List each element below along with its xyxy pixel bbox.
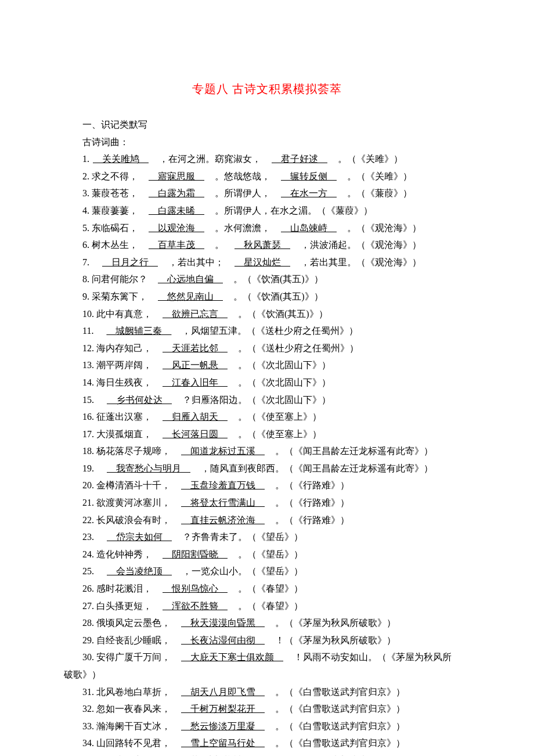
fill-blank: 心远地自偏 [157,274,224,284]
item-text: 瀚海阑干百丈冰， [96,721,180,731]
item-source: 。（《春望》） [229,601,303,611]
item-number: 7. [82,257,89,267]
item-number: 3. [82,188,89,198]
item-text: 东临碣石， [92,223,147,233]
item-source: 。（《饮酒(其五)》） [224,274,323,284]
list-item: 11. 城阙辅三秦 ，风烟望五津。（《送杜少府之任蜀州》） [64,322,470,340]
list-item: 12. 海内存知己， 天涯若比邻 。（《送杜少府之任蜀州》） [64,340,470,357]
item-source: ，随风直到夜郎西。（《闻王昌龄左迁龙标遥有此寄》） [192,463,433,473]
fill-blank: 雪上空留马行处 [180,738,266,748]
list-item: 21. 欲渡黄河冰塞川， 将登太行雪满山 。（《行路难》） [64,494,470,512]
item-number: 19. [82,463,94,473]
item-text: 金樽清酒斗十千， [96,480,180,490]
fill-blank: 在水一方 [280,188,338,198]
item-source: 。（《白雪歌送武判官归京》） [266,704,405,714]
fill-blank: 以观沧海 [147,223,205,233]
item-number: 29. [82,635,94,645]
list-item: 1. 关关雎鸠 ，在河之洲。窈窕淑女， 君子好逑 。（《关雎》） [64,150,470,168]
fill-blank: 归雁入胡天 [161,412,229,422]
list-item: 35. 天街小雨润如酥， 草色遥看近却无 。（《早春呈水部张十八员外》） [64,752,470,756]
item-text [96,463,106,473]
fill-blank: 胡天八月即飞雪 [180,687,266,697]
list-item: 30. 安得广厦千万间， 大庇天下寒士俱欢颜 ！风雨不动安如山。（《茅屋为秋风所 [64,649,470,666]
item-number: 4. [82,206,89,215]
item-number: 21. [82,498,94,507]
item-number: 25. [82,566,94,576]
item-text: 。所谓伊人， [205,188,280,198]
item-number: 22. [82,515,94,525]
page-title: 专题八 古诗文积累模拟荟萃 [64,78,470,100]
list-item: 27. 白头搔更短， 浑欲不胜簪 。（《春望》） [64,597,470,615]
fill-blank: 阴阳割昏晓 [161,549,229,559]
item-text: 。 [205,240,233,250]
item-text [92,257,101,267]
item-source: 。（《关雎》） [329,154,403,164]
item-source: 。（《茅屋为秋风所破歌》） [266,618,396,628]
fill-blank: 玉盘珍羞直万钱 [180,480,266,490]
item-text: 俄顷风定云墨色， [96,618,180,628]
item-text: 。悠哉悠哉， [205,171,280,181]
fill-blank: 直挂云帆济沧海 [180,515,266,525]
list-item-wrap: 破歌》） [64,666,470,683]
item-list: 1. 关关雎鸠 ，在河之洲。窈窕淑女， 君子好逑 。（《关雎》）2. 求之不得，… [64,150,470,756]
item-number: 15. [82,395,94,405]
sub-heading: 古诗词曲： [64,134,470,151]
item-source: 。（《行路难》） [266,515,349,525]
item-source: ，一览众山小。（《望岳》） [173,566,303,576]
item-source: 。（《蒹葭》） [338,188,412,198]
list-item: 14. 海日生残夜， 江春入旧年 。（《次北固山下》） [64,374,470,391]
item-number: 27. [82,601,94,611]
item-source: 。（《闻王昌龄左迁龙标遥有此寄》） [266,446,433,456]
item-source: ！风雨不动安如山。（《茅屋为秋风所 [284,652,452,662]
list-item: 9. 采菊东篱下， 悠然见南山 。（《饮酒(其五)》） [64,288,470,305]
fill-blank: 岱宗夫如何 [106,532,173,542]
item-source: 。（《望岳》） [229,549,303,559]
list-item: 18. 杨花落尽子规啼， 闻道龙标过五溪 。（《闻王昌龄左迁龙标遥有此寄》） [64,442,470,460]
fill-blank: 辗转反侧 [280,171,338,181]
fill-blank: 天涯若比邻 [161,343,229,353]
item-number: 18. [82,446,94,456]
fill-blank: 恨别鸟惊心 [161,584,229,593]
item-source: 。（《送杜少府之任蜀州》） [229,343,359,353]
item-text: 欲渡黄河冰塞川， [96,498,180,507]
list-item: 3. 蒹葭苍苍， 白露为霜 。所谓伊人， 在水一方 。（《蒹葭》） [64,185,470,202]
list-item: 16. 征蓬出汉塞， 归雁入胡天 。（《使至塞上》） [64,408,470,426]
list-item: 19. 我寄愁心与明月 ，随风直到夜郎西。（《闻王昌龄左迁龙标遥有此寄》） [64,460,470,477]
item-number: 6. [82,240,89,250]
fill-blank: 欲辨已忘言 [161,309,229,319]
list-item: 13. 潮平两岸阔， 风正一帆悬 。（《次北固山下》） [64,357,470,374]
item-number: 9. [82,291,89,301]
list-item: 24. 造化钟神秀， 阴阳割昏晓 。（《望岳》） [64,546,470,563]
fill-blank: 闻道龙标过五溪 [180,446,266,456]
item-number: 23. [82,532,94,542]
list-item: 26. 感时花溅泪， 恨别鸟惊心 。（《春望》） [64,580,470,597]
item-number: 10. [82,309,94,319]
item-text: ，若出其中； [159,257,233,267]
fill-blank: 千树万树梨花开 [180,704,266,714]
fill-blank: 山岛竦峙 [280,223,338,233]
fill-blank: 大庇天下寒士俱欢颜 [180,652,284,662]
item-text: 潮平两岸阔， [96,360,161,370]
item-number: 20. [82,480,94,490]
item-source: 。所谓伊人，在水之湄。（《蒹葭》） [205,206,373,215]
list-item: 28. 俄顷风定云墨色， 秋天漠漠向昏黑 。（《茅屋为秋风所破歌》） [64,614,470,632]
item-number: 30. [82,652,94,662]
fill-blank: 愁云惨淡万里凝 [180,721,266,731]
list-item: 2. 求之不得， 寤寐思服 。悠哉悠哉， 辗转反侧 。（《关雎》） [64,168,470,185]
list-item: 5. 东临碣石， 以观沧海 。水何澹澹， 山岛竦峙 。（《观沧海》） [64,219,470,237]
item-text: 树木丛生， [92,240,147,250]
list-item: 10. 此中有真意， 欲辨已忘言 。（《饮酒(其五)》） [64,305,470,323]
item-text: 山回路转不见君， [96,738,180,748]
list-item: 17. 大漠孤烟直， 长河落日圆 。（《使至塞上》） [64,426,470,443]
item-source: 。（《关雎》） [338,171,412,181]
item-number: 26. [82,584,94,593]
item-text: 。水何澹澹， [205,223,280,233]
item-source: 。（《白雪歌送武判官归京》） [266,738,405,748]
item-source: ？齐鲁青未了。（《望岳》） [173,532,303,542]
list-item: 29. 自经丧乱少睡眠， 长夜沾湿何由彻 ！（《茅屋为秋风所破歌》） [64,632,470,649]
list-item: 22. 长风破浪会有时， 直挂云帆济沧海 。（《行路难》） [64,512,470,529]
item-text: 杨花落尽子规啼， [96,446,180,456]
item-number: 8. [82,274,89,284]
item-source: ？归雁洛阳边。（《次北固山下》） [173,395,331,405]
item-number: 28. [82,618,94,628]
